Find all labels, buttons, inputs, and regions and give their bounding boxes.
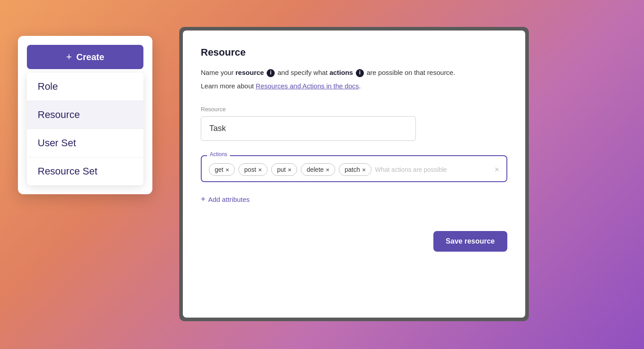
action-tag-delete-label: delete: [307, 166, 324, 173]
menu-item-resource[interactable]: Resource: [27, 101, 143, 129]
resource-field-section: Resource: [201, 106, 507, 141]
action-tag-delete: delete ×: [301, 163, 335, 176]
plus-icon: +: [66, 51, 72, 63]
actions-info-icon[interactable]: i: [356, 69, 364, 77]
add-attributes-plus-icon: +: [201, 195, 206, 204]
docs-line: Learn more about Resources and Actions i…: [201, 81, 507, 92]
resource-input[interactable]: [201, 116, 416, 141]
action-tag-patch: patch ×: [339, 163, 372, 176]
create-menu-panel: + Create Role Resource User Set Resource…: [18, 36, 152, 194]
actions-section: Actions get × post × put ×: [201, 155, 507, 182]
remove-get-button[interactable]: ×: [225, 166, 229, 173]
add-attributes-button[interactable]: + Add attributes: [201, 195, 507, 204]
create-button[interactable]: + Create: [27, 45, 143, 69]
resource-info-icon[interactable]: i: [267, 69, 275, 77]
action-tag-patch-label: patch: [345, 166, 360, 173]
action-tag-get: get ×: [209, 163, 235, 176]
save-resource-button[interactable]: Save resource: [433, 231, 507, 252]
actions-legend: Actions: [207, 151, 230, 157]
actions-clear-button[interactable]: ×: [494, 165, 499, 174]
actions-fieldset: Actions get × post × put ×: [201, 155, 507, 182]
remove-post-button[interactable]: ×: [259, 166, 262, 173]
menu-item-resource-set[interactable]: Resource Set: [27, 157, 143, 185]
action-tag-post: post ×: [238, 163, 268, 176]
add-attributes-label: Add attributes: [208, 196, 250, 203]
remove-delete-button[interactable]: ×: [326, 166, 329, 173]
create-button-label: Create: [76, 52, 104, 62]
docs-link[interactable]: Resources and Actions in the docs: [256, 82, 359, 90]
resource-panel: Resource Name your resource i and specif…: [183, 31, 525, 318]
remove-patch-button[interactable]: ×: [362, 166, 366, 173]
resource-panel-wrapper: Resource Name your resource i and specif…: [179, 27, 529, 321]
panel-description: Name your resource i and specify what ac…: [201, 67, 507, 78]
actions-inner: get × post × put × delete: [209, 161, 499, 176]
panel-title: Resource: [201, 47, 507, 58]
menu-item-role[interactable]: Role: [27, 73, 143, 101]
resource-field-label: Resource: [201, 106, 507, 113]
remove-put-button[interactable]: ×: [288, 166, 292, 173]
create-dropdown-menu: Role Resource User Set Resource Set: [27, 73, 143, 185]
action-tag-post-label: post: [244, 166, 256, 173]
action-tag-put: put ×: [271, 163, 297, 176]
main-container: + Create Role Resource User Set Resource…: [0, 0, 644, 349]
actions-placeholder: What actions are possible: [375, 166, 491, 173]
menu-item-user-set[interactable]: User Set: [27, 129, 143, 157]
action-tag-put-label: put: [277, 166, 285, 173]
action-tag-get-label: get: [215, 166, 223, 173]
